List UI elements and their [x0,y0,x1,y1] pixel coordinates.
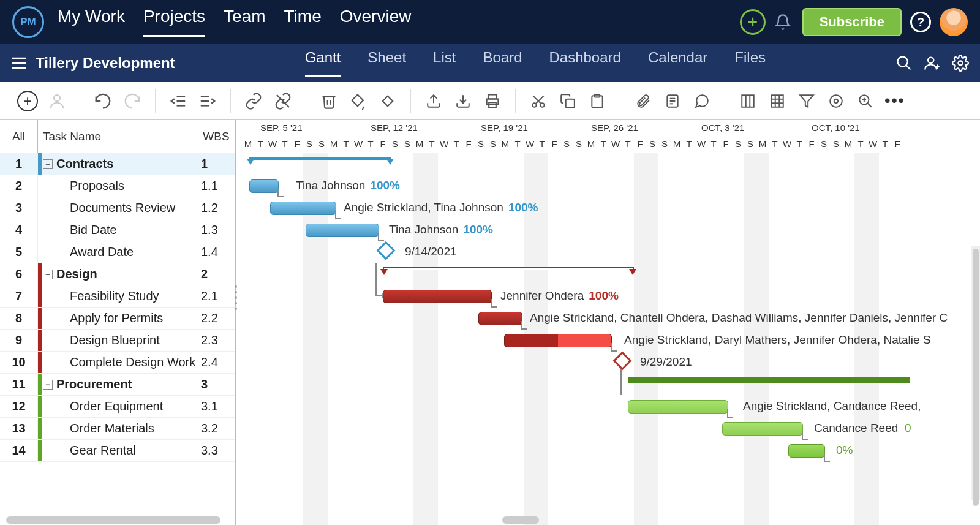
cut-button[interactable] [528,91,549,111]
task-row[interactable]: 4Bid Date1.3 [0,219,235,241]
task-row[interactable]: 6−Design2 [0,263,235,285]
search-icon[interactable] [895,55,913,72]
view-calendar[interactable]: Calendar [648,49,707,77]
menu-icon[interactable] [11,56,27,70]
task-row[interactable]: 3Documents Review1.2 [0,197,235,219]
row-name[interactable]: Design Blueprint [38,330,197,351]
task-grid: All Task Name WBS 1−Contracts12Proposals… [0,120,236,525]
notes-button[interactable] [662,91,683,111]
nav-projects[interactable]: Projects [143,7,205,37]
indent-button[interactable] [197,91,218,111]
view-dashboard[interactable]: Dashboard [549,49,620,77]
zoom-button[interactable] [855,91,876,111]
unlink-button[interactable] [273,91,293,111]
app-logo[interactable]: PM [12,6,44,38]
column-wbs[interactable]: WBS [197,120,235,153]
summary-bar[interactable] [249,157,391,164]
gantt-bar[interactable] [478,312,522,325]
trash-button[interactable] [318,91,339,111]
task-row[interactable]: 7Feasibility Study2.1 [0,285,235,308]
row-name[interactable]: Order Materials [38,418,197,439]
comment-button[interactable] [692,91,712,111]
gantt-bar[interactable] [270,202,336,215]
gantt-bar[interactable] [628,400,728,414]
gantt-bar[interactable] [722,422,803,436]
collapse-icon[interactable]: − [43,270,53,279]
row-name[interactable]: −Contracts [38,153,197,175]
grid-horizontal-scrollbar[interactable] [6,516,221,524]
task-row[interactable]: 10Complete Design Work2.4 [0,352,235,374]
task-row[interactable]: 2Proposals1.1 [0,175,235,197]
notifications-icon[interactable] [774,13,791,31]
attach-button[interactable] [633,91,654,111]
import-button[interactable] [423,91,444,111]
view-gantt[interactable]: Gantt [305,49,341,77]
row-name[interactable]: Proposals [38,175,197,197]
view-list[interactable]: List [433,49,456,77]
nav-time[interactable]: Time [284,7,322,37]
milestone-diamond[interactable] [612,351,631,370]
create-button[interactable]: + [740,9,766,35]
row-name[interactable]: Complete Design Work [38,352,197,373]
view-files[interactable]: Files [734,49,766,77]
gantt-bar[interactable] [249,179,279,193]
options-button[interactable] [826,91,846,111]
task-row[interactable]: 8Apply for Permits2.2 [0,308,235,330]
row-name[interactable]: Bid Date [38,219,197,241]
task-row[interactable]: 1−Contracts1 [0,153,235,175]
milestone-diamond[interactable] [376,241,395,260]
row-name[interactable]: −Design [38,263,197,285]
print-button[interactable] [482,91,503,111]
milestone-button[interactable] [377,91,398,111]
grid-button[interactable] [767,91,788,111]
timeline-horizontal-scrollbar[interactable] [502,516,539,524]
nav-my-work[interactable]: My Work [58,7,125,37]
row-name[interactable]: Feasibility Study [38,285,197,307]
export-button[interactable] [453,91,473,111]
columns-button[interactable] [737,91,758,111]
summary-bar[interactable] [628,377,910,385]
row-name[interactable]: Award Date [38,241,197,263]
gantt-bar[interactable] [306,224,379,237]
view-sheet[interactable]: Sheet [368,49,406,77]
grid-resize-handle[interactable] [233,285,238,310]
add-task-button[interactable]: + [17,91,38,111]
task-row[interactable]: 12Order Equipment3.1 [0,396,235,418]
settings-icon[interactable] [952,55,969,72]
task-row[interactable]: 11−Procurement3 [0,374,235,396]
nav-overview[interactable]: Overview [340,7,412,37]
help-button[interactable]: ? [910,12,931,32]
copy-button[interactable] [557,91,578,111]
filter-button[interactable] [796,91,817,111]
more-button[interactable]: ••• [884,91,905,111]
task-row[interactable]: 5Award Date1.4 [0,241,235,263]
column-index[interactable]: All [0,120,38,153]
add-person-icon[interactable] [924,55,941,72]
user-avatar[interactable] [940,8,968,36]
row-name[interactable]: Order Equipment [38,396,197,417]
task-row[interactable]: 9Design Blueprint2.3 [0,330,235,352]
paste-button[interactable] [587,91,608,111]
gantt-bar[interactable] [383,290,492,303]
nav-team[interactable]: Team [224,7,265,37]
paint-button[interactable] [348,91,369,111]
row-name[interactable]: −Procurement [38,374,197,395]
gantt-bar[interactable] [504,334,612,347]
timeline-body[interactable]: Tina Johnson100%Angie Strickland, Tina J… [236,153,980,525]
outdent-button[interactable] [168,91,189,111]
vertical-scrollbar-thumb[interactable] [973,249,979,506]
row-name[interactable]: Documents Review [38,197,197,219]
gantt-bar[interactable] [788,444,825,458]
view-board[interactable]: Board [483,49,522,77]
column-task-name[interactable]: Task Name [38,120,197,153]
task-row[interactable]: 14Gear Rental3.3 [0,440,235,462]
row-name[interactable]: Apply for Permits [38,308,197,329]
row-name[interactable]: Gear Rental [38,440,197,461]
collapse-icon[interactable]: − [43,380,53,390]
task-row[interactable]: 13Order Materials3.2 [0,418,235,440]
subscribe-button[interactable]: Subscribe [802,8,902,36]
link-button[interactable] [243,91,264,111]
summary-bar[interactable] [383,267,634,274]
undo-button[interactable] [92,91,113,111]
collapse-icon[interactable]: − [43,159,53,169]
